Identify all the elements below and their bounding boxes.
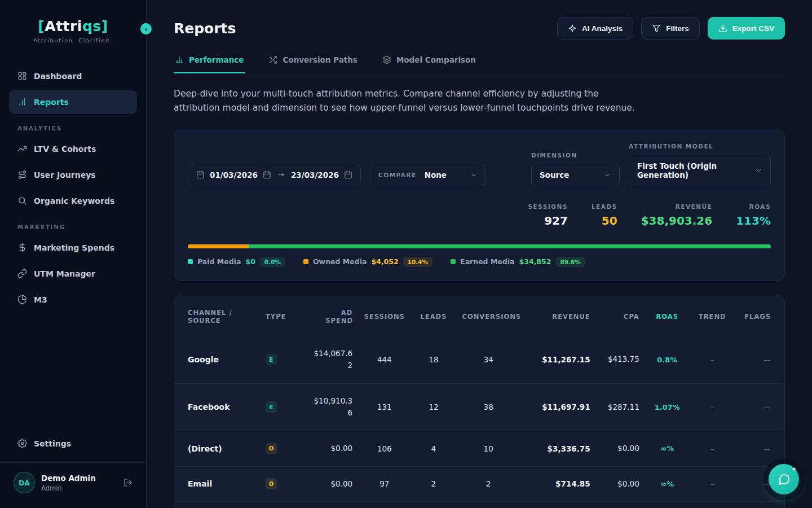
sidebar-item-marketing-spends[interactable]: Marketing Spends bbox=[9, 235, 137, 260]
col-sessions: SESSIONS bbox=[358, 295, 411, 336]
compare-select[interactable]: COMPARE None bbox=[370, 164, 486, 186]
chevron-down-icon bbox=[754, 167, 762, 174]
main-content: Reports AI Analysis Filters Export CSV P… bbox=[147, 0, 812, 508]
stat-value: 927 bbox=[528, 214, 568, 227]
table-row-direct[interactable]: (Direct) O $0.00 106 4 10 $3,336.75 $0.0… bbox=[174, 431, 784, 466]
sidebar-collapse-button[interactable]: ‹ bbox=[139, 21, 153, 36]
cell-cpa: $0.00 bbox=[596, 466, 645, 502]
cell-revenue: $5,752.26 bbox=[520, 502, 596, 508]
chevron-left-icon: ‹ bbox=[144, 25, 147, 33]
controls-row: 01/03/2026 → 23/03/2026 COMPARE None DIM… bbox=[188, 143, 771, 186]
col-revenue: REVENUE bbox=[520, 295, 596, 336]
media-mix-bar bbox=[188, 244, 771, 248]
attribution-model-control: ATTRIBUTION MODEL First Touch (Origin Ge… bbox=[629, 143, 771, 186]
cell-conversions: 38 bbox=[456, 383, 520, 431]
cell-sessions: 97 bbox=[358, 466, 411, 502]
export-csv-button[interactable]: Export CSV bbox=[708, 17, 785, 40]
cell-ad-spend: $9,505.47 bbox=[301, 502, 358, 508]
sidebar-item-user-journeys[interactable]: User Journeys bbox=[9, 163, 137, 187]
cell-roas: ∞% bbox=[645, 431, 690, 466]
tab-model-comparison[interactable]: Model Comparison bbox=[381, 55, 477, 73]
logo-text: [Attriqs] bbox=[9, 18, 137, 34]
arrow-right-icon: → bbox=[276, 170, 286, 179]
sidebar-item-label: Dashboard bbox=[34, 72, 82, 81]
pct-badge: 89.6% bbox=[555, 257, 585, 267]
tab-conversion-paths[interactable]: Conversion Paths bbox=[267, 55, 358, 73]
legend-paid-media: Paid Media $0 0.0% bbox=[188, 257, 285, 267]
cell-trend: – bbox=[690, 431, 735, 466]
sparkle-icon: ✦ bbox=[792, 466, 797, 473]
cell-sessions: 444 bbox=[358, 336, 411, 383]
channels-table-card: CHANNEL / SOURCE TYPE AD SPEND SESSIONS … bbox=[174, 295, 785, 508]
cell-trend: – bbox=[690, 383, 735, 431]
section-marketing: MARKETING bbox=[17, 224, 137, 230]
user-name: Demo Admin bbox=[41, 474, 96, 483]
sidebar-item-utm-manager[interactable]: UTM Manager bbox=[9, 261, 137, 286]
search-icon bbox=[17, 196, 27, 205]
ai-analysis-button[interactable]: AI Analysis bbox=[557, 17, 633, 40]
cell-flags: — bbox=[735, 383, 784, 431]
stat-value: $38,903.26 bbox=[641, 214, 713, 227]
type-badge: E bbox=[266, 401, 277, 413]
channels-table: CHANNEL / SOURCE TYPE AD SPEND SESSIONS … bbox=[174, 295, 784, 508]
cell-type: O bbox=[260, 431, 301, 466]
legend-owned-media: Owned Media $4,052 10.4% bbox=[303, 257, 433, 267]
logout-button[interactable] bbox=[123, 478, 133, 487]
cell-ad-spend: $10,910.36 bbox=[301, 383, 358, 431]
cell-trend: – bbox=[690, 466, 735, 502]
attribution-model-select[interactable]: First Touch (Origin Generation) bbox=[629, 155, 771, 186]
sidebar-item-settings[interactable]: Settings bbox=[9, 431, 137, 456]
dimension-select[interactable]: Source bbox=[531, 164, 620, 186]
filters-label: Filters bbox=[666, 24, 689, 33]
type-badge: O bbox=[266, 478, 277, 489]
date-range-picker[interactable]: 01/03/2026 → 23/03/2026 bbox=[188, 164, 361, 186]
table-row-email[interactable]: Email O $0.00 97 2 2 $714.85 $0.00 ∞% – … bbox=[174, 466, 784, 502]
cell-roas: 0.61% bbox=[645, 502, 690, 508]
calendar-icon[interactable] bbox=[263, 170, 271, 179]
table-header-row: CHANNEL / SOURCE TYPE AD SPEND SESSIONS … bbox=[174, 295, 784, 336]
date-from-value[interactable]: 01/03/2026 bbox=[210, 170, 258, 179]
bar-chart-icon bbox=[17, 97, 27, 107]
stat-revenue: REVENUE $38,903.26 bbox=[641, 203, 713, 227]
cell-flags: — bbox=[735, 336, 784, 383]
cell-ad-spend: $0.00 bbox=[301, 431, 358, 466]
table-row-linkedin[interactable]: Linkedin E $9,505.47 70 7 18 $5,752.26 $… bbox=[174, 502, 784, 508]
stat-label: REVENUE bbox=[641, 203, 713, 210]
type-badge: O bbox=[266, 443, 277, 454]
tab-label: Conversion Paths bbox=[283, 55, 357, 64]
tab-performance[interactable]: Performance bbox=[174, 55, 245, 73]
cell-ad-spend: $0.00 bbox=[301, 466, 358, 502]
sidebar-item-label: LTV & Cohorts bbox=[34, 144, 96, 154]
cell-sessions: 131 bbox=[358, 383, 411, 431]
col-flags: FLAGS bbox=[735, 295, 784, 336]
sidebar-item-ltv-cohorts[interactable]: LTV & Cohorts bbox=[9, 137, 137, 161]
table-row-google[interactable]: Google E $14,067.62 444 18 34 $11,267.15… bbox=[174, 336, 784, 383]
cell-revenue: $3,336.75 bbox=[520, 431, 596, 466]
dimension-control: DIMENSION Source bbox=[531, 152, 620, 186]
page-header: Reports AI Analysis Filters Export CSV bbox=[174, 17, 785, 40]
sidebar: ‹ [Attriqs] Attribution. Clarified. Dash… bbox=[0, 0, 147, 508]
calendar-icon[interactable] bbox=[344, 170, 352, 179]
layers-icon bbox=[382, 55, 391, 64]
chat-assistant-button[interactable]: ✦ bbox=[769, 464, 799, 494]
chevron-down-icon bbox=[470, 171, 478, 179]
sidebar-item-label: UTM Manager bbox=[34, 269, 95, 278]
table-row-facebook[interactable]: Facebook E $10,910.36 131 12 38 $11,697.… bbox=[174, 383, 784, 431]
cell-leads: 4 bbox=[411, 431, 456, 466]
download-icon bbox=[718, 24, 727, 33]
grid-icon bbox=[17, 71, 27, 81]
owned-media-segment bbox=[188, 244, 249, 248]
compare-value: None bbox=[425, 170, 462, 179]
user-profile[interactable]: DA Demo Admin Admin bbox=[9, 463, 137, 498]
cell-conversions: 10 bbox=[456, 431, 520, 466]
user-info: Demo Admin Admin bbox=[41, 474, 96, 492]
date-to-value[interactable]: 23/03/2026 bbox=[291, 170, 339, 179]
cell-type: E bbox=[260, 502, 301, 508]
filters-button[interactable]: Filters bbox=[641, 17, 700, 40]
sidebar-item-dashboard[interactable]: Dashboard bbox=[9, 64, 137, 88]
sidebar-item-reports[interactable]: Reports bbox=[9, 90, 137, 114]
sidebar-item-organic-keywords[interactable]: Organic Keywords bbox=[9, 189, 137, 213]
cell-type: E bbox=[260, 336, 301, 383]
tab-label: Model Comparison bbox=[396, 55, 476, 64]
sidebar-item-m3[interactable]: M3 bbox=[9, 287, 137, 312]
